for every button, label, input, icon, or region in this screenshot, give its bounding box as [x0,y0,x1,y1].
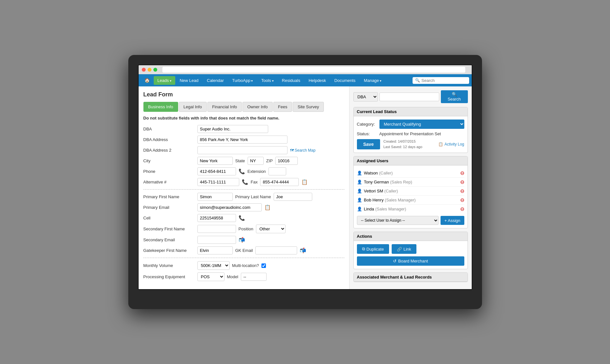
link-button[interactable]: 🔗 Link [392,244,416,254]
search-button[interactable]: 🔍 Search [441,90,468,103]
sec-email-copy-button[interactable]: 📬 [239,237,245,243]
extension-input[interactable] [269,167,286,175]
user-name: Vettori SM (Caller) [364,189,398,193]
tab-owner-info[interactable]: Owner Info [242,102,273,112]
status-row: Status: Appointment for Presentation Set [357,131,464,136]
dba-address2-input[interactable] [197,146,287,154]
map-icon: 🗺 [290,148,294,153]
actions-row-1: ⧉ Duplicate 🔗 Link [357,244,464,254]
assign-user-select[interactable]: -- Select User to Assign -- [357,216,439,225]
category-label: Category: [357,122,376,127]
navbar: 🏠 Leads New Lead Calendar TurboApp Tools… [139,74,472,86]
left-panel: Lead Form Business Info Legal Info Finan… [139,86,350,289]
tab-business-info[interactable]: Business Info [143,102,178,112]
user-item: 👤 Vettori SM (Caller) ⊖ [357,187,464,196]
nav-residuals[interactable]: Residuals [278,76,304,85]
secondary-first-label: Secondary First Name [143,226,195,231]
city-input[interactable] [197,157,233,165]
top-search-bar: DBA MID TIN Phone 🔍 Search [353,90,468,103]
tab-financial-info[interactable]: Financial Info [207,102,242,112]
city-label: City [143,158,195,163]
nav-calendar[interactable]: Calendar [203,76,228,85]
cell-input[interactable] [197,214,236,222]
primary-last-input[interactable] [274,193,312,201]
primary-last-label: Primary Last Name [235,194,271,199]
search-map-button[interactable]: 🗺 Search Map [290,148,316,153]
divider-2 [143,258,344,258]
url-bar[interactable] [162,67,465,73]
user-icon: 👤 [357,198,362,202]
processing-equipment-select[interactable]: POS Terminal Virtual [197,272,224,281]
nav-search-input[interactable] [422,78,467,83]
search-text-input[interactable] [379,93,439,101]
board-merchant-button[interactable]: ↺ Board Merchant [357,256,464,266]
assigned-users-body: 👤 Watson (Caller) ⊖ 👤 Tony German (Sales… [354,165,468,228]
dba-address-row: DBA Address [143,136,344,144]
associated-section: Associated Merchant & Lead Records [353,272,468,282]
primary-email-label: Primary Email [143,205,195,210]
maximize-dot[interactable] [153,68,157,72]
multi-location-label: Multi-location? [232,263,259,268]
remove-user-button[interactable]: ⊖ [460,206,464,212]
alt-input[interactable] [197,178,239,186]
email-copy-button[interactable]: 📋 [264,204,271,210]
user-icon: 👤 [357,171,362,175]
remove-user-button[interactable]: ⊖ [460,188,464,194]
nav-turboapp[interactable]: TurboApp [228,76,257,85]
gk-email-copy-button[interactable]: 📬 [300,247,306,253]
gk-first-input[interactable] [197,246,233,254]
processing-equipment-label: Processing Equipment [143,274,195,279]
primary-first-input[interactable] [197,193,233,201]
dba-address-label: DBA Address [143,137,195,142]
nav-manage[interactable]: Manage [360,76,386,85]
phone-input[interactable] [197,167,236,175]
created-label: Created: 14/07/2015 [383,139,422,144]
nav-leads[interactable]: Leads [154,76,175,85]
save-button[interactable]: Save [357,139,380,149]
minimize-dot[interactable] [148,68,151,72]
tab-bar: Business Info Legal Info Financial Info … [143,102,344,112]
remove-user-button[interactable]: ⊖ [460,197,464,203]
close-dot[interactable] [142,68,146,72]
secondary-first-input[interactable] [197,225,236,233]
cell-icon: 📞 [239,215,245,221]
model-input[interactable] [241,273,267,281]
dba-address-input[interactable] [197,136,287,144]
assign-button[interactable]: + Assign [441,216,464,225]
nav-tools[interactable]: Tools [257,76,277,85]
link-icon: 🔗 [397,247,402,252]
remove-user-button[interactable]: ⊖ [460,170,464,176]
state-input[interactable] [248,157,264,165]
dba-input[interactable] [197,125,268,133]
activity-log-link[interactable]: 📋 Activity Log [438,142,464,146]
actions-body: ⧉ Duplicate 🔗 Link ↺ Board Mercha [354,241,468,269]
warning-text: Do not substitute fields with info that … [143,116,344,120]
fax-input[interactable] [260,178,299,186]
search-type-select[interactable]: DBA MID TIN Phone [353,92,378,102]
multi-location-checkbox[interactable] [261,263,266,268]
duplicate-button[interactable]: ⧉ Duplicate [357,244,389,254]
monthly-volume-select[interactable]: 500K-1MM Under 50K 50K-100K 100K-250K 25… [197,261,230,270]
phone-label: Phone [143,169,195,174]
position-select[interactable]: Other Owner Manager Employee [256,225,286,233]
tab-legal-info[interactable]: Legal Info [179,102,207,112]
user-name: Bob Henry (Sales Manager) [364,198,416,202]
secondary-email-input[interactable] [197,236,236,244]
gk-email-input[interactable] [255,246,297,254]
page-title: Lead Form [143,91,344,98]
nav-new-lead[interactable]: New Lead [176,76,203,85]
dba-address2-label: DBA Address 2 [143,148,195,153]
home-button[interactable]: 🏠 [141,76,153,85]
tab-fees[interactable]: Fees [273,102,292,112]
primary-email-input[interactable] [197,203,262,211]
user-icon: 👤 [357,207,362,211]
remove-user-button[interactable]: ⊖ [460,179,464,185]
zip-input[interactable] [275,157,298,165]
gk-email-label: GK Email [235,248,253,253]
nav-documents[interactable]: Documents [331,76,360,85]
nav-helpdesk[interactable]: Helpdesk [305,76,330,85]
tab-site-survey[interactable]: Site Survey [293,102,323,112]
phone-icon: 📞 [239,168,245,174]
category-select[interactable]: Merchant Qualifying New Lead Contacted Q… [379,120,464,129]
fax-copy-button[interactable]: 📋 [301,179,308,185]
